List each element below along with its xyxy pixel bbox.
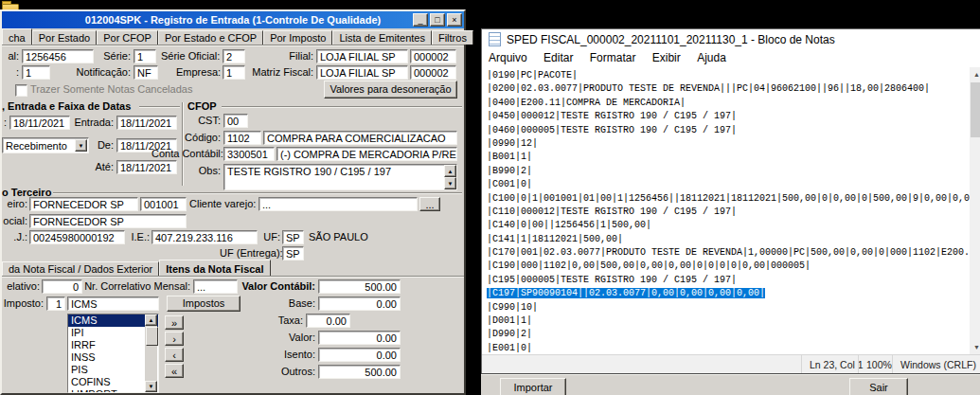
importar-button[interactable]: Importar bbox=[500, 378, 566, 395]
menu-formatar[interactable]: Formatar bbox=[583, 49, 643, 67]
emissao-date-field[interactable]: 18/11/2021 bbox=[9, 116, 70, 130]
notepad-editor[interactable]: |0190|PC|PACOTE| |0200|02.03.0077|PRODUT… bbox=[482, 67, 970, 354]
notepad-line: |C190|000|1102|0,00|500,00|0,00|0,00|0|0… bbox=[487, 260, 970, 273]
tab-dados-nota-fiscal[interactable]: da Nota Fiscal / Dados Exterior bbox=[2, 261, 159, 276]
menu-arquivo[interactable]: Arquivo bbox=[482, 49, 534, 67]
move-next-button[interactable]: › bbox=[165, 332, 184, 346]
menu-exibir[interactable]: Exibir bbox=[646, 49, 687, 67]
filial-label: Filial: bbox=[285, 49, 313, 63]
scroll-up-icon[interactable]: ▲ bbox=[970, 67, 980, 81]
uf-nome-label: SÃO PAULO bbox=[309, 230, 368, 244]
move-last-button[interactable]: » bbox=[165, 315, 184, 330]
datas-section-title: , Entrada e Faixa de Datas bbox=[2, 99, 131, 114]
valores-desoneracao-button[interactable]: Valores para desoneração bbox=[324, 81, 457, 99]
tab-por-imposto[interactable]: Por Imposto bbox=[263, 30, 332, 45]
matriz-fiscal-label: Matriz Fiscal: bbox=[252, 65, 313, 80]
razao-social-field[interactable]: FORNECEDOR SP bbox=[29, 214, 187, 228]
notepad-status-bar: Ln 23, Col 1 100% Windows (CRLF) bbox=[482, 354, 980, 375]
scrollbar-thumb[interactable] bbox=[971, 82, 980, 137]
notepad-vertical-scrollbar[interactable]: ▲ ▼ bbox=[970, 67, 980, 354]
notas-canceladas-checkbox[interactable] bbox=[15, 84, 27, 97]
erp-tab-bar: cha Por Estado Por CFOP Por Estado e CFO… bbox=[2, 28, 473, 45]
tab-filtros[interactable]: Filtros bbox=[432, 30, 473, 45]
valor-field[interactable]: 0.00 bbox=[318, 331, 401, 345]
outros-field[interactable]: 500.00 bbox=[318, 365, 401, 379]
close-button[interactable]: × bbox=[447, 13, 462, 27]
tab-lista-de-emitentes[interactable]: Lista de Emitentes bbox=[332, 30, 432, 45]
serie-field[interactable]: 1 bbox=[134, 49, 156, 63]
tab-por-cfop[interactable]: Por CFOP bbox=[97, 30, 158, 45]
notificacao-field[interactable]: NF bbox=[134, 65, 158, 80]
datas-section-line bbox=[139, 106, 180, 108]
erp-title-bar[interactable]: 012004SPK - Registro de Entrada (1-Contr… bbox=[2, 11, 464, 28]
impostos-list-scrollbar[interactable]: ▲ ▼ bbox=[145, 314, 157, 392]
conta-contabil-field[interactable]: 3300501 bbox=[223, 147, 275, 161]
ate-date-field[interactable]: 18/11/2021 bbox=[116, 160, 177, 174]
cst-label: CST: bbox=[194, 114, 221, 128]
line-ending-status: Windows (CRLF) bbox=[892, 355, 980, 375]
entrada-date-field[interactable]: 18/11/2021 bbox=[116, 116, 177, 130]
scrollbar-thumb[interactable] bbox=[146, 327, 158, 346]
obs-scroll-down-icon[interactable]: ▼ bbox=[444, 177, 456, 189]
move-first-button[interactable]: « bbox=[165, 364, 184, 378]
fornecedor-label: eiro: bbox=[2, 197, 27, 211]
codigo-field[interactable]: 1102 bbox=[223, 131, 261, 145]
correlativo-mensal-field[interactable]: ... bbox=[193, 279, 238, 294]
isento-field[interactable]: 0.00 bbox=[318, 348, 401, 362]
nf-number-field[interactable]: 1256456 bbox=[22, 49, 94, 63]
scroll-down-icon[interactable]: ▼ bbox=[145, 381, 157, 392]
correlativo-field[interactable]: 0 bbox=[42, 279, 82, 294]
chevron-down-icon[interactable]: ▼ bbox=[75, 139, 87, 152]
notepad-window: SPED FISCAL_000002_20211101_20211130_1 -… bbox=[481, 28, 980, 374]
move-prev-button[interactable]: ‹ bbox=[165, 348, 184, 362]
notepad-icon bbox=[489, 32, 501, 46]
scroll-up-icon[interactable]: ▲ bbox=[145, 314, 157, 326]
matriz-fiscal-code-field[interactable]: 000002 bbox=[410, 65, 456, 80]
imposto-nome-field[interactable]: ICMS bbox=[67, 296, 159, 311]
tab-por-estado[interactable]: Por Estado bbox=[32, 30, 97, 45]
notepad-line: |C195|000005|TESTE RGISTRO 190 / C195 / … bbox=[487, 274, 970, 287]
matriz-fiscal-field[interactable]: LOJA FILIAL SP bbox=[316, 65, 408, 80]
cliente-varejo-field[interactable]: ... bbox=[258, 197, 418, 211]
notepad-line-selected: |C197|SP90090104||02.03.0077|0,00|0,00|0… bbox=[487, 287, 970, 300]
menu-editar[interactable]: Editar bbox=[537, 49, 579, 67]
sair-button[interactable]: Sair bbox=[849, 378, 908, 395]
tab-ficha[interactable]: cha bbox=[2, 28, 32, 45]
cnpj-field[interactable]: 00245980000192 bbox=[29, 230, 125, 244]
base-label: Base: bbox=[286, 296, 315, 311]
tab-por-estado-e-cfop[interactable]: Por Estado e CFOP bbox=[158, 30, 263, 45]
maximize-button[interactable]: □ bbox=[430, 13, 445, 27]
filial-field[interactable]: LOJA FILIAL SP bbox=[316, 49, 408, 63]
uf-entrega-field[interactable]: SP bbox=[282, 246, 304, 260]
minimize-button[interactable]: _ bbox=[413, 13, 428, 27]
base-field[interactable]: 0.00 bbox=[318, 296, 401, 311]
notepad-line: |D990|2| bbox=[487, 328, 970, 341]
imposto-numero-field[interactable]: 1 bbox=[46, 296, 65, 311]
browse-button[interactable]: ... bbox=[419, 197, 440, 211]
serie-oficial-field[interactable]: 2 bbox=[223, 49, 245, 63]
cst-field[interactable]: 00 bbox=[223, 114, 248, 128]
erp-window-title: 012004SPK - Registro de Entrada (1-Contr… bbox=[85, 14, 381, 26]
taxa-field[interactable]: 0.00 bbox=[306, 314, 350, 328]
obs-scroll-up-icon[interactable]: ▲ bbox=[444, 165, 456, 177]
obs-textarea[interactable]: TESTE RGISTRO 190 / C195 / 197 bbox=[223, 164, 457, 190]
outros-label: Outros: bbox=[280, 365, 315, 379]
uf-field[interactable]: SP bbox=[282, 230, 304, 244]
notepad-line: |0450|000012|TESTE RGISTRO 190 / C195 / … bbox=[487, 110, 970, 123]
via-field[interactable]: 1 bbox=[22, 65, 50, 80]
tab-itens-nota-fiscal[interactable]: Itens da Nota Fiscal bbox=[159, 260, 270, 276]
cnpj-label: .J.: bbox=[2, 230, 27, 244]
impostos-button[interactable]: Impostos bbox=[167, 296, 241, 312]
filial-code-field[interactable]: 000002 bbox=[410, 49, 456, 63]
notepad-title-bar[interactable]: SPED FISCAL_000002_20211101_20211130_1 -… bbox=[482, 29, 980, 49]
notepad-line: |0990|12| bbox=[487, 137, 970, 151]
menu-ajuda[interactable]: Ajuda bbox=[690, 49, 733, 67]
empresa-field[interactable]: 1 bbox=[223, 65, 245, 80]
fornecedor-codigo-field[interactable]: 001001 bbox=[140, 197, 187, 211]
valor-contabil-field[interactable]: 500.00 bbox=[318, 279, 401, 294]
ie-field[interactable]: 407.219.233.116 bbox=[151, 230, 258, 244]
codigo-descricao-field: COMPRA PARA COMERCIALIZACAO bbox=[263, 131, 457, 145]
fornecedor-field[interactable]: FORNECEDOR SP bbox=[29, 197, 138, 211]
notificacao-label: Notificação: bbox=[72, 65, 131, 80]
scroll-down-icon[interactable]: ▼ bbox=[970, 340, 980, 354]
